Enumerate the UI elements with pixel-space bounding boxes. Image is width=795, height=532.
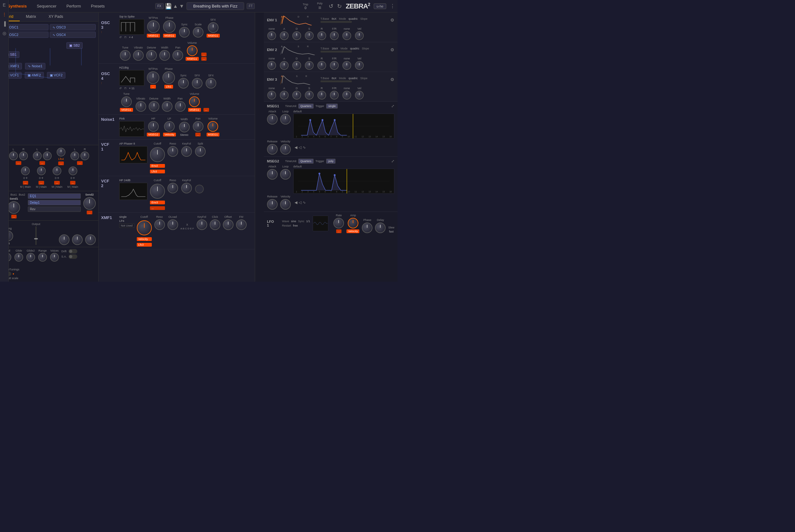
noise1-pan-knob[interactable] bbox=[193, 121, 204, 132]
range-knob[interactable] bbox=[38, 253, 47, 262]
osc3-scale-knob[interactable] bbox=[193, 27, 204, 38]
strip3-knob[interactable] bbox=[57, 148, 65, 156]
undo-icon[interactable]: ↺ bbox=[329, 3, 333, 10]
glide2-knob[interactable] bbox=[26, 253, 35, 262]
osc4-vibrato-knob[interactable] bbox=[135, 101, 146, 112]
glide-knob[interactable] bbox=[14, 253, 23, 262]
osc3-detune-knob[interactable] bbox=[146, 50, 157, 61]
osc4-pan-knob[interactable] bbox=[175, 101, 186, 112]
vcf1-reso-knob[interactable] bbox=[168, 146, 178, 157]
mseg1-trig-btn[interactable]: single bbox=[326, 103, 338, 109]
lfo1-rate-knob[interactable] bbox=[333, 218, 344, 228]
mseg1-rewind-icon[interactable]: ◁ bbox=[299, 145, 301, 150]
mseg2-velocity-knob[interactable] bbox=[280, 199, 291, 210]
osc4-item[interactable]: OSC4 bbox=[50, 32, 96, 38]
mseg2-rewind-icon[interactable]: ◁ bbox=[299, 200, 301, 205]
mseg1-expand-icon[interactable]: ⤢ bbox=[391, 104, 394, 108]
osc1-item[interactable]: OSC1 bbox=[2, 24, 49, 30]
osc4-menu-dot[interactable]: : bbox=[101, 81, 117, 84]
env3-settings-icon[interactable]: ⚙ bbox=[390, 77, 394, 82]
env3-vel-knob[interactable] bbox=[355, 91, 364, 99]
osc3-vibrato-knob[interactable] bbox=[133, 50, 144, 61]
vcf1-cutoff-knob[interactable] bbox=[150, 147, 165, 162]
env3-r-knob[interactable] bbox=[317, 91, 326, 99]
env3-none2-knob[interactable] bbox=[342, 91, 351, 99]
mseg1-tu-btn[interactable]: Quarters bbox=[298, 103, 314, 109]
env1-s-knob[interactable] bbox=[305, 31, 314, 40]
xmf1-offset-knob[interactable] bbox=[223, 220, 233, 230]
preset-name[interactable]: Breathing Bells with Fizz bbox=[187, 2, 244, 10]
mseg2-attack-knob[interactable] bbox=[267, 169, 278, 179]
osc4-sfx1-knob[interactable] bbox=[192, 78, 203, 89]
sa-toggle[interactable] bbox=[69, 254, 77, 259]
osc4-sync-knob[interactable] bbox=[178, 78, 189, 89]
osc3-volume-knob[interactable] bbox=[187, 45, 197, 56]
rhythm-knob2[interactable] bbox=[72, 234, 83, 245]
mseg1-sine-icon[interactable]: ∿ bbox=[303, 145, 306, 150]
ctrl4-knob[interactable] bbox=[69, 167, 77, 175]
tab-matrix[interactable]: Matrix bbox=[20, 13, 42, 21]
xmf2-module[interactable]: ▣ XMF2 bbox=[25, 72, 43, 79]
env2-settings-icon[interactable]: ⚙ bbox=[390, 47, 394, 52]
noise1-hp-knob[interactable] bbox=[148, 121, 159, 132]
send1-knob[interactable] bbox=[7, 201, 20, 214]
redo-icon[interactable]: ↻ bbox=[337, 3, 342, 10]
osc4-wtpos-knob[interactable] bbox=[147, 71, 159, 84]
strip2-l-knob[interactable] bbox=[33, 151, 42, 160]
env1-d-knob[interactable] bbox=[292, 31, 301, 40]
fx-delay1[interactable]: Delay1 bbox=[28, 200, 81, 205]
vcf1-split-knob[interactable] bbox=[195, 146, 206, 157]
vcf2-keyfol-knob[interactable] bbox=[181, 183, 192, 193]
mseg2-expand-icon[interactable]: ⤢ bbox=[391, 159, 394, 163]
tab-xy-pads[interactable]: XY Pads bbox=[42, 13, 69, 21]
env3-none1-knob[interactable] bbox=[267, 91, 276, 99]
mseg1-attack-knob[interactable] bbox=[267, 114, 278, 125]
mseg1-play-icon[interactable]: ◀ bbox=[295, 145, 297, 150]
mseg1-loop-knob[interactable] bbox=[280, 114, 291, 125]
mseg2-release-knob[interactable] bbox=[267, 199, 278, 210]
env2-slope-bar[interactable] bbox=[321, 51, 352, 53]
arrow-down-icon[interactable]: ▼ bbox=[179, 3, 184, 9]
mseg2-tu-btn[interactable]: Quarters bbox=[298, 159, 314, 164]
osc2-item[interactable]: OSC2 bbox=[2, 32, 49, 38]
env3-s-knob[interactable] bbox=[305, 91, 314, 99]
fx-rev[interactable]: Rev bbox=[28, 207, 81, 212]
osc3-sfx-knob[interactable] bbox=[208, 22, 219, 33]
xmf1-fm-knob[interactable] bbox=[236, 220, 247, 230]
env1-vel-knob[interactable] bbox=[355, 31, 364, 40]
output-slider[interactable] bbox=[35, 226, 37, 245]
env1-none1-knob[interactable] bbox=[267, 31, 276, 40]
xmf1-reso-knob[interactable] bbox=[154, 220, 165, 230]
mseg2-loop-knob[interactable] bbox=[280, 169, 291, 179]
strip1-l-knob[interactable] bbox=[9, 151, 18, 160]
env2-vel-knob[interactable] bbox=[355, 61, 364, 70]
env1-fr-knob[interactable] bbox=[330, 31, 339, 40]
env1-none2-knob[interactable] bbox=[342, 31, 351, 40]
tab-presets[interactable]: Presets bbox=[86, 2, 110, 10]
mseg2-trig-btn[interactable]: poly bbox=[326, 159, 336, 164]
lfo1-delay-knob[interactable] bbox=[375, 223, 385, 233]
xmf1-cutoff-knob[interactable] bbox=[137, 220, 152, 235]
osc3-wtpos-knob[interactable] bbox=[147, 20, 159, 33]
strip2-r-knob[interactable] bbox=[43, 151, 52, 160]
xmf1-keyfol-knob[interactable] bbox=[196, 220, 207, 230]
menu-icon[interactable]: ⋮ bbox=[390, 3, 395, 9]
ctrl2-knob[interactable] bbox=[37, 167, 46, 175]
mseg1-velocity-knob[interactable] bbox=[280, 144, 291, 155]
noise1-module[interactable]: ∿ Noise1 bbox=[25, 63, 45, 70]
osc4-volume-knob[interactable] bbox=[189, 96, 200, 107]
env3-fr-knob[interactable] bbox=[330, 91, 339, 99]
arrow-up-icon[interactable]: ▲ bbox=[173, 3, 178, 9]
strip4-l-knob[interactable] bbox=[71, 151, 79, 160]
rhythm-knob3[interactable] bbox=[85, 234, 96, 245]
env2-d-knob[interactable] bbox=[292, 61, 301, 70]
ft-button[interactable]: FT bbox=[247, 3, 255, 9]
noise1-lp-knob[interactable] bbox=[164, 121, 175, 132]
xmf1-click-knob[interactable] bbox=[210, 220, 220, 230]
lfo1-phase-knob[interactable] bbox=[362, 223, 373, 233]
osc3-item[interactable]: OSC3 bbox=[50, 24, 96, 30]
save-icon[interactable]: 💾 bbox=[165, 3, 172, 10]
drift-toggle[interactable] bbox=[69, 249, 77, 253]
sb2-module[interactable]: ▣ SB2 bbox=[67, 42, 83, 49]
osc4-phase-knob[interactable] bbox=[163, 71, 175, 84]
